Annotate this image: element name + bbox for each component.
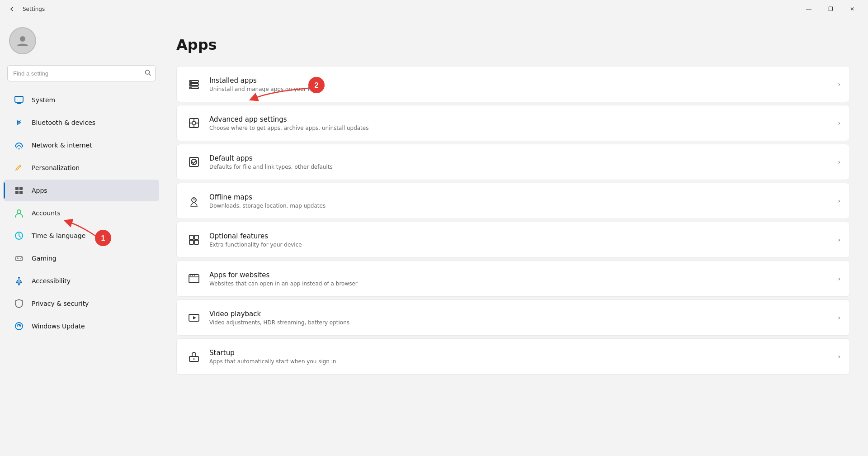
sidebar-item-accounts[interactable]: Accounts	[4, 202, 159, 224]
svg-point-27	[192, 121, 196, 125]
sidebar-label-personalization: Personalization	[32, 164, 80, 171]
optional-features-card[interactable]: Optional features Extra functionality fo…	[176, 222, 850, 258]
apps-for-websites-chevron: ›	[838, 275, 840, 282]
svg-point-17	[21, 257, 22, 258]
sidebar-label-gaming: Gaming	[32, 255, 57, 262]
sidebar-item-gaming[interactable]: Gaming	[4, 247, 159, 269]
startup-subtitle: Apps that automatically start when you s…	[209, 358, 838, 365]
content-area: Apps Installed apps Uninstall and mana	[163, 18, 868, 456]
sidebar-label-bluetooth: Bluetooth & devices	[32, 119, 95, 126]
svg-rect-24	[189, 84, 192, 86]
titlebar: Settings — ❐ ✕	[0, 0, 868, 18]
sidebar: System Bluetooth & devices	[0, 18, 163, 456]
startup-text: Startup Apps that automatically start wh…	[209, 349, 838, 365]
advanced-app-settings-chevron: ›	[838, 119, 840, 127]
svg-point-11	[17, 210, 21, 214]
installed-apps-text: Installed apps Uninstall and manage apps…	[209, 76, 838, 92]
accounts-icon	[13, 207, 25, 219]
sidebar-item-accessibility[interactable]: Accessibility	[4, 270, 159, 292]
app-title: Settings	[23, 6, 794, 12]
svg-rect-32	[189, 157, 198, 166]
minimize-button[interactable]: —	[798, 2, 819, 16]
default-apps-card[interactable]: Default apps Defaults for file and link …	[176, 144, 850, 180]
video-playback-chevron: ›	[838, 314, 840, 321]
svg-rect-35	[189, 235, 193, 239]
offline-maps-subtitle: Downloads, storage location, map updates	[209, 203, 838, 209]
bluetooth-icon	[13, 116, 25, 129]
sidebar-item-personalization[interactable]: Personalization	[4, 157, 159, 179]
video-playback-icon	[186, 309, 202, 326]
svg-rect-23	[189, 81, 192, 82]
svg-line-2	[149, 74, 151, 76]
advanced-app-settings-icon	[186, 115, 202, 131]
svg-point-18	[18, 277, 20, 279]
apps-for-websites-subtitle: Websites that can open in an app instead…	[209, 280, 838, 287]
sidebar-item-bluetooth[interactable]: Bluetooth & devices	[4, 112, 159, 133]
advanced-app-settings-title: Advanced app settings	[209, 115, 838, 124]
gaming-icon	[13, 252, 25, 265]
sidebar-item-system[interactable]: System	[4, 89, 159, 111]
svg-rect-3	[15, 96, 23, 102]
optional-features-subtitle: Extra functionality for your device	[209, 242, 838, 248]
svg-point-0	[20, 36, 25, 42]
page-title: Apps	[176, 36, 850, 53]
time-icon	[13, 229, 25, 242]
search-box[interactable]	[7, 65, 156, 81]
accessibility-icon	[13, 275, 25, 287]
svg-point-43	[194, 276, 195, 276]
default-apps-subtitle: Defaults for file and link types, other …	[209, 164, 838, 170]
svg-point-46	[193, 358, 195, 360]
advanced-app-settings-subtitle: Choose where to get apps, archive apps, …	[209, 125, 838, 131]
network-icon	[13, 139, 25, 152]
startup-chevron: ›	[838, 353, 840, 360]
optional-features-icon	[186, 232, 202, 248]
maximize-button[interactable]: ❐	[820, 2, 841, 16]
sidebar-label-apps: Apps	[32, 187, 47, 194]
startup-icon	[186, 348, 202, 365]
svg-point-16	[20, 258, 21, 259]
video-playback-text: Video playback Video adjustments, HDR st…	[209, 310, 838, 326]
sidebar-item-update[interactable]: Windows Update	[4, 315, 159, 337]
back-button[interactable]	[5, 3, 18, 15]
apps-for-websites-text: Apps for websites Websites that can open…	[209, 271, 838, 287]
advanced-app-settings-card[interactable]: Advanced app settings Choose where to ge…	[176, 105, 850, 141]
search-icon	[145, 70, 151, 77]
avatar	[9, 27, 36, 54]
apps-for-websites-title: Apps for websites	[209, 271, 838, 279]
search-input[interactable]	[7, 65, 156, 81]
svg-rect-36	[194, 235, 198, 239]
svg-rect-13	[15, 256, 23, 261]
default-apps-icon	[186, 154, 202, 170]
sidebar-label-network: Network & internet	[32, 142, 92, 149]
sidebar-label-privacy: Privacy & security	[32, 300, 89, 307]
startup-card[interactable]: Startup Apps that automatically start wh…	[176, 338, 850, 375]
sidebar-label-accounts: Accounts	[32, 209, 61, 217]
video-playback-card[interactable]: Video playback Video adjustments, HDR st…	[176, 299, 850, 336]
default-apps-title: Default apps	[209, 154, 838, 162]
close-button[interactable]: ✕	[842, 2, 863, 16]
svg-rect-8	[19, 187, 23, 190]
svg-point-42	[192, 276, 193, 276]
apps-for-websites-card[interactable]: Apps for websites Websites that can open…	[176, 261, 850, 297]
offline-maps-title: Offline maps	[209, 193, 838, 201]
offline-maps-icon	[186, 193, 202, 209]
system-icon	[13, 94, 25, 106]
optional-features-title: Optional features	[209, 232, 838, 240]
svg-rect-7	[15, 187, 19, 190]
offline-maps-card[interactable]: Offline maps Downloads, storage location…	[176, 183, 850, 219]
video-playback-title: Video playback	[209, 310, 838, 318]
sidebar-item-apps[interactable]: Apps	[4, 180, 159, 201]
personalization-icon	[13, 162, 25, 174]
sidebar-item-privacy[interactable]: Privacy & security	[4, 293, 159, 314]
svg-point-41	[190, 276, 191, 276]
sidebar-item-time[interactable]: Time & language	[4, 225, 159, 247]
sidebar-item-network[interactable]: Network & internet	[4, 134, 159, 156]
sidebar-label-time: Time & language	[32, 232, 85, 239]
installed-apps-card[interactable]: Installed apps Uninstall and manage apps…	[176, 66, 850, 102]
svg-point-6	[19, 148, 20, 150]
video-playback-subtitle: Video adjustments, HDR streaming, batter…	[209, 319, 838, 326]
optional-features-chevron: ›	[838, 236, 840, 243]
installed-apps-chevron: ›	[838, 81, 840, 88]
update-icon	[13, 320, 25, 332]
installed-apps-icon	[186, 76, 202, 92]
